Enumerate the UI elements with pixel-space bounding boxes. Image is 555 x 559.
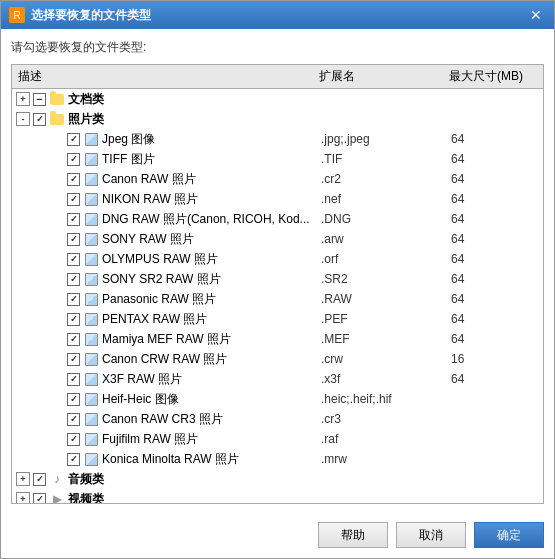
item-label-canon_cr3: Canon RAW CR3 照片 [102, 411, 321, 428]
checkbox-panasonic_raw[interactable] [67, 293, 80, 306]
ok-button[interactable]: 确定 [474, 522, 544, 548]
expand-btn-video[interactable]: + [16, 492, 30, 504]
row-inner-olympus_raw: OLYMPUS RAW 照片 .orf 64 [14, 251, 541, 268]
table-header: 描述 扩展名 最大尺寸(MB) [12, 65, 543, 89]
help-button[interactable]: 帮助 [318, 522, 388, 548]
row-inner-x3f_raw: X3F RAW 照片 .x3f 64 [14, 371, 541, 388]
item-size-nikon_raw: 64 [451, 192, 541, 206]
item-label-x3f_raw: X3F RAW 照片 [102, 371, 321, 388]
item-label-heif: Heif-Heic 图像 [102, 391, 321, 408]
item-size-jpeg: 64 [451, 132, 541, 146]
item-size-panasonic_raw: 64 [451, 292, 541, 306]
row-inner-canon_crw: Canon CRW RAW 照片 .crw 16 [14, 351, 541, 368]
tree-body: + 文档类 - 照片类 Jpeg 图像 .jp [12, 89, 543, 504]
item-label-fujifilm_raw: Fujifilm RAW 照片 [102, 431, 321, 448]
image-icon [83, 271, 99, 287]
tree-row-panasonic_raw: Panasonic RAW 照片 .RAW 64 [12, 289, 543, 309]
checkbox-jpeg[interactable] [67, 133, 80, 146]
tree-row-canon_raw: Canon RAW 照片 .cr2 64 [12, 169, 543, 189]
row-inner-jpeg: Jpeg 图像 .jpg;.jpeg 64 [14, 131, 541, 148]
folder-icon [49, 91, 65, 107]
title-bar-left: R 选择要恢复的文件类型 [9, 7, 151, 24]
checkbox-canon_cr3[interactable] [67, 413, 80, 426]
item-ext-sony_sr2: .SR2 [321, 272, 451, 286]
expand-btn-audio[interactable]: + [16, 472, 30, 486]
tree-row-jpeg: Jpeg 图像 .jpg;.jpeg 64 [12, 129, 543, 149]
checkbox-tiff[interactable] [67, 153, 80, 166]
item-ext-panasonic_raw: .RAW [321, 292, 451, 306]
checkbox-x3f_raw[interactable] [67, 373, 80, 386]
tree-row-video: + ▶ 视频类 [12, 489, 543, 504]
checkbox-canon_raw[interactable] [67, 173, 80, 186]
checkbox-pentax_raw[interactable] [67, 313, 80, 326]
image-icon [83, 291, 99, 307]
checkbox-video[interactable] [33, 493, 46, 505]
checkbox-photos[interactable] [33, 113, 46, 126]
checkbox-docs[interactable] [33, 93, 46, 106]
item-label-sony_raw: SONY RAW 照片 [102, 231, 321, 248]
item-label-audio: 音频类 [68, 471, 321, 488]
close-button[interactable]: ✕ [526, 5, 546, 25]
tree-row-tiff: TIFF 图片 .TIF 64 [12, 149, 543, 169]
item-ext-tiff: .TIF [321, 152, 451, 166]
item-ext-konica_raw: .mrw [321, 452, 451, 466]
item-size-olympus_raw: 64 [451, 252, 541, 266]
item-label-docs: 文档类 [68, 91, 321, 108]
row-inner-audio: + ♪ 音频类 [14, 471, 541, 488]
checkbox-olympus_raw[interactable] [67, 253, 80, 266]
item-label-pentax_raw: PENTAX RAW 照片 [102, 311, 321, 328]
item-label-jpeg: Jpeg 图像 [102, 131, 321, 148]
item-ext-canon_cr3: .cr3 [321, 412, 451, 426]
tree-row-sony_sr2: SONY SR2 RAW 照片 .SR2 64 [12, 269, 543, 289]
tree-row-mamiya_mef: Mamiya MEF RAW 照片 .MEF 64 [12, 329, 543, 349]
image-icon [83, 351, 99, 367]
item-ext-canon_raw: .cr2 [321, 172, 451, 186]
image-icon [83, 191, 99, 207]
item-label-photos: 照片类 [68, 111, 321, 128]
tree-row-olympus_raw: OLYMPUS RAW 照片 .orf 64 [12, 249, 543, 269]
checkbox-fujifilm_raw[interactable] [67, 433, 80, 446]
checkbox-audio[interactable] [33, 473, 46, 486]
item-ext-dng_raw: .DNG [321, 212, 451, 226]
checkbox-dng_raw[interactable] [67, 213, 80, 226]
cancel-button[interactable]: 取消 [396, 522, 466, 548]
file-type-table[interactable]: 描述 扩展名 最大尺寸(MB) + 文档类 - 照片类 [11, 64, 544, 504]
item-ext-olympus_raw: .orf [321, 252, 451, 266]
item-label-nikon_raw: NIKON RAW 照片 [102, 191, 321, 208]
main-window: R 选择要恢复的文件类型 ✕ 请勾选要恢复的文件类型: 描述 扩展名 最大尺寸(… [0, 0, 555, 559]
row-inner-nikon_raw: NIKON RAW 照片 .nef 64 [14, 191, 541, 208]
checkbox-konica_raw[interactable] [67, 453, 80, 466]
checkbox-canon_crw[interactable] [67, 353, 80, 366]
image-icon [83, 391, 99, 407]
item-ext-heif: .heic;.heif;.hif [321, 392, 451, 406]
item-label-sony_sr2: SONY SR2 RAW 照片 [102, 271, 321, 288]
expand-btn-photos[interactable]: - [16, 112, 30, 126]
tree-row-audio: + ♪ 音频类 [12, 469, 543, 489]
image-icon [83, 331, 99, 347]
item-size-pentax_raw: 64 [451, 312, 541, 326]
tree-row-photos: - 照片类 [12, 109, 543, 129]
image-icon [83, 451, 99, 467]
image-icon [83, 171, 99, 187]
checkbox-heif[interactable] [67, 393, 80, 406]
image-icon [83, 131, 99, 147]
sound-icon: ♪ [49, 471, 65, 487]
item-ext-fujifilm_raw: .raf [321, 432, 451, 446]
row-inner-dng_raw: DNG RAW 照片(Canon, RICOH, Kod... .DNG 64 [14, 211, 541, 228]
header-ext: 扩展名 [319, 68, 449, 85]
item-label-dng_raw: DNG RAW 照片(Canon, RICOH, Kod... [102, 211, 321, 228]
item-size-sony_sr2: 64 [451, 272, 541, 286]
row-inner-fujifilm_raw: Fujifilm RAW 照片 .raf [14, 431, 541, 448]
checkbox-sony_sr2[interactable] [67, 273, 80, 286]
checkbox-sony_raw[interactable] [67, 233, 80, 246]
tree-row-heif: Heif-Heic 图像 .heic;.heif;.hif [12, 389, 543, 409]
item-ext-nikon_raw: .nef [321, 192, 451, 206]
expand-btn-docs[interactable]: + [16, 92, 30, 106]
checkbox-mamiya_mef[interactable] [67, 333, 80, 346]
item-label-tiff: TIFF 图片 [102, 151, 321, 168]
tree-row-nikon_raw: NIKON RAW 照片 .nef 64 [12, 189, 543, 209]
checkbox-nikon_raw[interactable] [67, 193, 80, 206]
item-size-tiff: 64 [451, 152, 541, 166]
item-ext-mamiya_mef: .MEF [321, 332, 451, 346]
subtitle-text: 请勾选要恢复的文件类型: [11, 39, 544, 56]
